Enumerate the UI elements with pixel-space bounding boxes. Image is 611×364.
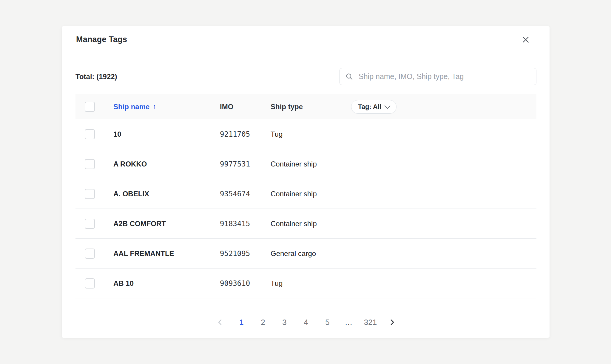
page-button-321[interactable]: 321 bbox=[360, 313, 381, 331]
row-checkbox[interactable] bbox=[85, 278, 95, 289]
chevron-right-icon bbox=[388, 319, 396, 326]
row-checkbox[interactable] bbox=[85, 249, 95, 259]
imo-cell: 9977531 bbox=[220, 160, 271, 168]
row-select-cell bbox=[75, 189, 113, 199]
table-row: 10 9211705 Tug bbox=[75, 119, 536, 149]
imo-column-header: IMO bbox=[220, 103, 271, 111]
ship-name-cell: A. OBELIX bbox=[113, 190, 220, 198]
ships-table: Ship name ↑ IMO Ship type Tag: All 10 92… bbox=[75, 94, 536, 298]
ship-name-column-label: Ship name bbox=[113, 103, 149, 111]
toolbar: Total: (1922) bbox=[75, 68, 536, 85]
ship-type-cell: Tug bbox=[271, 279, 351, 288]
search-input[interactable] bbox=[358, 72, 531, 81]
tag-filter-label: Tag: All bbox=[358, 103, 381, 111]
row-select-cell bbox=[75, 159, 113, 169]
table-header-row: Ship name ↑ IMO Ship type Tag: All bbox=[75, 94, 536, 119]
ship-name-cell: AAL FREMANTLE bbox=[113, 249, 220, 258]
table-row: AB 10 9093610 Tug bbox=[75, 269, 536, 298]
ship-name-column-header[interactable]: Ship name ↑ bbox=[113, 103, 220, 111]
table-body: 10 9211705 Tug A ROKKO 9977531 Container… bbox=[75, 119, 536, 298]
close-icon bbox=[522, 36, 530, 44]
row-checkbox[interactable] bbox=[85, 159, 95, 169]
chevron-down-icon bbox=[384, 103, 391, 109]
row-checkbox[interactable] bbox=[85, 189, 95, 199]
select-all-checkbox[interactable] bbox=[85, 102, 95, 112]
table-row: AAL FREMANTLE 9521095 General cargo bbox=[75, 239, 536, 269]
ship-type-cell: Container ship bbox=[271, 220, 351, 228]
sort-ascending-icon: ↑ bbox=[153, 103, 156, 111]
ship-type-cell: Container ship bbox=[271, 190, 351, 198]
page-button-4[interactable]: 4 bbox=[295, 313, 317, 331]
page-button-5[interactable]: 5 bbox=[317, 313, 338, 331]
table-row: A. OBELIX 9354674 Container ship bbox=[75, 179, 536, 209]
chevron-left-icon bbox=[217, 319, 224, 326]
imo-cell: 9183415 bbox=[220, 220, 271, 228]
select-all-cell bbox=[75, 102, 113, 112]
next-page-button[interactable] bbox=[381, 313, 403, 331]
search-icon bbox=[345, 73, 358, 81]
tag-filter-dropdown[interactable]: Tag: All bbox=[351, 100, 396, 114]
previous-page-button[interactable] bbox=[209, 313, 231, 331]
ship-name-cell: A ROKKO bbox=[113, 160, 220, 168]
row-checkbox[interactable] bbox=[85, 129, 95, 139]
ship-type-cell: General cargo bbox=[271, 249, 351, 258]
ship-type-cell: Container ship bbox=[271, 160, 351, 168]
imo-cell: 9093610 bbox=[220, 279, 271, 288]
search-box[interactable] bbox=[340, 68, 536, 85]
row-select-cell bbox=[75, 129, 113, 139]
row-select-cell bbox=[75, 219, 113, 229]
pagination-pages: 12345…321 bbox=[231, 313, 381, 331]
total-count-label: Total: (1922) bbox=[75, 73, 117, 81]
ship-type-cell: Tug bbox=[271, 130, 351, 138]
page-button-2[interactable]: 2 bbox=[252, 313, 274, 331]
manage-tags-modal: Manage Tags Total: (1922) Ship bbox=[62, 26, 550, 338]
row-select-cell bbox=[75, 249, 113, 259]
imo-cell: 9354674 bbox=[220, 190, 271, 198]
ship-name-cell: AB 10 bbox=[113, 279, 220, 288]
ship-type-column-header: Ship type bbox=[271, 103, 351, 111]
modal-header: Manage Tags bbox=[62, 26, 550, 53]
row-select-cell bbox=[75, 278, 113, 289]
pagination: 12345…321 bbox=[75, 313, 536, 331]
imo-cell: 9521095 bbox=[220, 249, 271, 258]
modal-content: Total: (1922) Ship name ↑ IMO Ship type bbox=[62, 53, 550, 338]
table-row: A ROKKO 9977531 Container ship bbox=[75, 149, 536, 179]
ship-name-cell: A2B COMFORT bbox=[113, 220, 220, 228]
close-button[interactable] bbox=[519, 33, 532, 46]
table-row: A2B COMFORT 9183415 Container ship bbox=[75, 209, 536, 239]
imo-cell: 9211705 bbox=[220, 130, 271, 138]
page-button-1[interactable]: 1 bbox=[231, 313, 252, 331]
pagination-ellipsis: … bbox=[338, 313, 360, 331]
ship-name-cell: 10 bbox=[113, 130, 220, 138]
row-checkbox[interactable] bbox=[85, 219, 95, 229]
page-button-3[interactable]: 3 bbox=[274, 313, 295, 331]
modal-title: Manage Tags bbox=[76, 35, 127, 44]
